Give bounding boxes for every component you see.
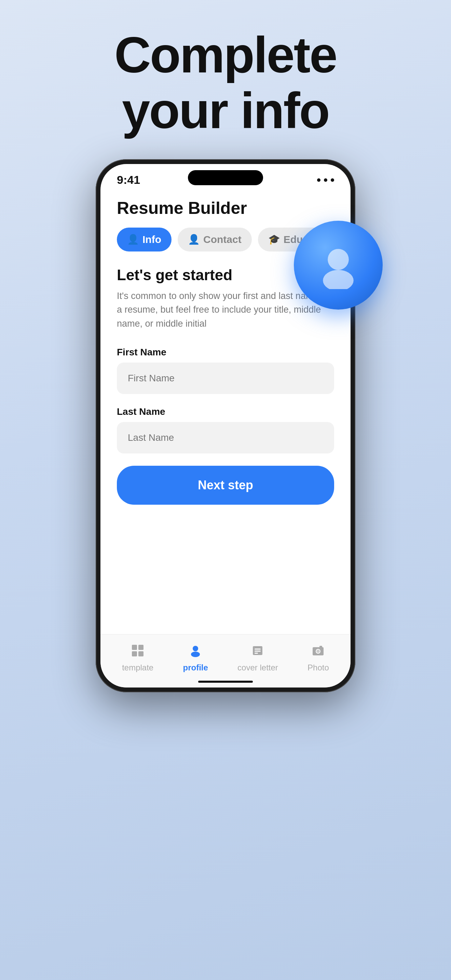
- svg-rect-4: [132, 651, 137, 656]
- nav-profile[interactable]: profile: [183, 644, 208, 673]
- svg-point-1: [323, 270, 354, 289]
- profile-icon: [189, 644, 202, 660]
- hero-line1: Complete: [114, 27, 337, 83]
- svg-point-14: [316, 649, 320, 653]
- tab-contact-label: Contact: [203, 234, 241, 245]
- last-name-label: Last Name: [117, 406, 334, 417]
- svg-point-7: [191, 652, 200, 657]
- first-name-label: First Name: [117, 347, 334, 358]
- template-icon: [131, 644, 144, 660]
- status-bar: 9:41: [100, 164, 351, 188]
- status-time: 9:41: [117, 173, 140, 186]
- avatar-bubble: [294, 221, 383, 310]
- svg-rect-3: [138, 645, 143, 650]
- phone-mockup: 9:41 Resume Builder 👤 Info: [96, 159, 355, 692]
- section-description: It's common to only show your first and …: [117, 289, 334, 331]
- photo-icon: [311, 644, 325, 660]
- nav-cover-letter-label: cover letter: [237, 663, 278, 673]
- nav-profile-label: profile: [183, 663, 208, 673]
- cover-letter-icon: [251, 644, 264, 660]
- svg-rect-2: [132, 645, 137, 650]
- bottom-nav: template profile: [100, 634, 351, 687]
- first-name-input[interactable]: [117, 363, 334, 394]
- dynamic-island: [188, 170, 263, 185]
- svg-point-0: [328, 249, 349, 270]
- nav-template-label: template: [122, 663, 153, 673]
- status-icons: [317, 178, 334, 182]
- last-name-input[interactable]: [117, 422, 334, 453]
- signal-icon: [317, 178, 321, 182]
- wifi-icon: [324, 178, 327, 182]
- nav-cover-letter[interactable]: cover letter: [237, 644, 278, 673]
- svg-rect-5: [138, 651, 143, 656]
- svg-rect-10: [254, 651, 261, 652]
- nav-photo-label: Photo: [308, 663, 329, 673]
- phone-frame: 9:41 Resume Builder 👤 Info: [96, 159, 355, 692]
- hero-line2: your info: [114, 83, 337, 139]
- tab-info-label: Info: [143, 234, 161, 245]
- svg-rect-9: [254, 649, 261, 649]
- nav-template[interactable]: template: [122, 644, 153, 673]
- svg-rect-11: [254, 653, 258, 654]
- info-tab-icon: 👤: [127, 234, 139, 245]
- nav-photo[interactable]: Photo: [308, 644, 329, 673]
- svg-point-6: [193, 646, 198, 651]
- tab-contact[interactable]: 👤 Contact: [178, 228, 252, 251]
- hero-section: Complete your info: [114, 27, 337, 139]
- battery-icon: [331, 178, 334, 182]
- next-step-button[interactable]: Next step: [117, 466, 334, 505]
- tab-info[interactable]: 👤 Info: [117, 228, 172, 251]
- contact-tab-icon: 👤: [188, 234, 200, 245]
- app-title: Resume Builder: [117, 198, 334, 218]
- education-tab-icon: 🎓: [268, 234, 280, 245]
- home-indicator: [198, 681, 253, 683]
- svg-rect-15: [319, 646, 322, 648]
